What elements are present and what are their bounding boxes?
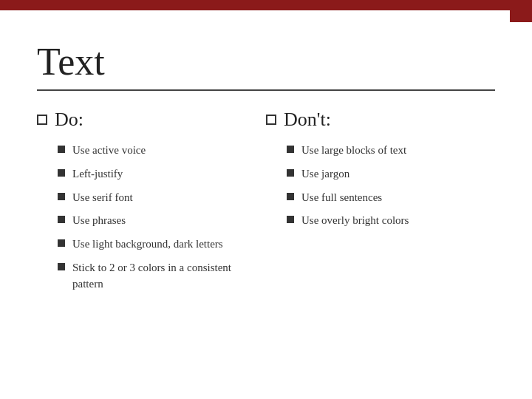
list-item: Use overly bright colors bbox=[287, 213, 480, 229]
list-item: Use serif font bbox=[58, 190, 251, 206]
dont-item-4: Use overly bright colors bbox=[301, 213, 409, 229]
dont-column: Don't: Use large blocks of text Use jarg… bbox=[266, 109, 495, 236]
do-column: Do: Use active voice Left-justify Use se… bbox=[37, 109, 266, 299]
title-divider bbox=[37, 89, 495, 91]
bullet-icon bbox=[58, 239, 65, 247]
list-item: Use large blocks of text bbox=[287, 143, 480, 159]
dont-item-1: Use large blocks of text bbox=[301, 143, 406, 159]
do-item-3: Use serif font bbox=[72, 190, 133, 206]
do-item-2: Left-justify bbox=[72, 166, 123, 183]
columns-container: Do: Use active voice Left-justify Use se… bbox=[37, 109, 495, 299]
page-title: Text bbox=[37, 40, 495, 83]
do-item-1: Use active voice bbox=[72, 143, 146, 159]
do-header-bullet bbox=[37, 115, 47, 125]
list-item: Use full sentences bbox=[287, 190, 480, 206]
dont-item-3: Use full sentences bbox=[301, 190, 382, 206]
do-item-6: Stick to 2 or 3 colors in a consistent p… bbox=[72, 260, 251, 293]
bullet-icon bbox=[58, 169, 65, 177]
dont-column-header: Don't: bbox=[266, 109, 480, 131]
list-item: Use jargon bbox=[287, 166, 480, 183]
dont-item-2: Use jargon bbox=[301, 166, 349, 183]
bullet-icon bbox=[58, 146, 65, 153]
list-item: Left-justify bbox=[58, 166, 251, 183]
do-list: Use active voice Left-justify Use serif … bbox=[37, 143, 251, 292]
bullet-icon bbox=[58, 216, 65, 223]
bullet-icon bbox=[287, 193, 294, 200]
do-column-title: Do: bbox=[55, 109, 83, 131]
list-item: Use phrases bbox=[58, 213, 251, 229]
list-item: Stick to 2 or 3 colors in a consistent p… bbox=[58, 260, 251, 293]
bullet-icon bbox=[287, 169, 294, 177]
bullet-icon bbox=[58, 193, 65, 200]
main-content: Text Do: Use active voice Left-justify bbox=[0, 10, 532, 321]
do-column-header: Do: bbox=[37, 109, 251, 131]
top-accent-bar bbox=[0, 0, 532, 10]
list-item: Use light background, dark letters bbox=[58, 236, 251, 253]
bullet-icon bbox=[287, 146, 294, 153]
list-item: Use active voice bbox=[58, 143, 251, 159]
bullet-icon bbox=[58, 263, 65, 270]
dont-column-title: Don't: bbox=[284, 109, 331, 131]
bullet-icon bbox=[287, 216, 294, 223]
do-item-5: Use light background, dark letters bbox=[72, 236, 223, 253]
do-item-4: Use phrases bbox=[72, 213, 126, 229]
corner-accent-square bbox=[510, 0, 532, 22]
dont-header-bullet bbox=[266, 115, 276, 125]
dont-list: Use large blocks of text Use jargon Use … bbox=[266, 143, 480, 229]
